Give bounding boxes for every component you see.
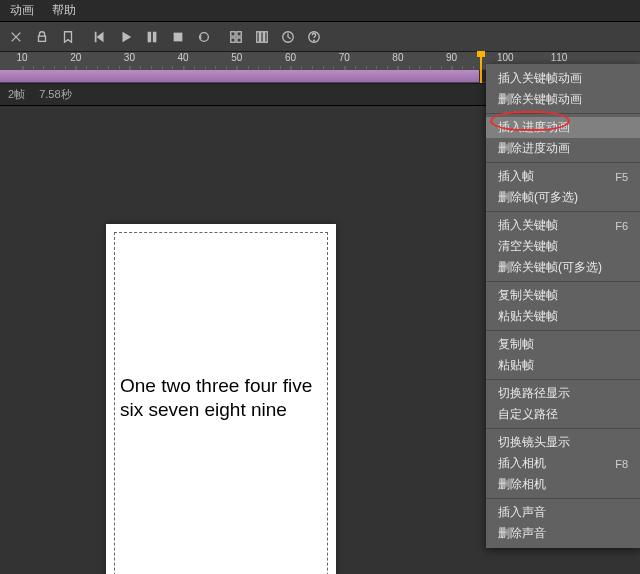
menu-item[interactable]: 插入关键帧F6 (486, 215, 640, 236)
tick-minor (419, 66, 420, 69)
menu-separator (486, 113, 640, 114)
menu-help[interactable]: 帮助 (52, 2, 76, 19)
menu-separator (486, 281, 640, 282)
svg-rect-2 (148, 31, 152, 42)
timeline-clip[interactable] (0, 70, 480, 82)
menu-separator (486, 162, 640, 163)
menu-item[interactable]: 删除关键帧(可多选) (486, 257, 640, 278)
clock-button[interactable] (276, 25, 300, 49)
svg-rect-3 (153, 31, 157, 42)
tick-major: 90 (446, 52, 457, 63)
toolbar (0, 22, 640, 52)
menu-item-label: 复制帧 (498, 336, 534, 353)
menu-item-label: 删除关键帧(可多选) (498, 259, 602, 276)
menu-item-label: 删除关键帧动画 (498, 91, 582, 108)
tick-minor (140, 66, 141, 69)
menu-animation[interactable]: 动画 (10, 2, 34, 19)
tick-minor (97, 66, 98, 69)
menu-item-label: 插入关键帧动画 (498, 70, 582, 87)
menu-item[interactable]: 插入帧F5 (486, 166, 640, 187)
info-time: 7.58秒 (39, 87, 71, 102)
tick-minor (162, 66, 163, 69)
tick-minor (65, 66, 66, 69)
tick-minor (376, 66, 377, 69)
tick-major: 80 (392, 52, 403, 63)
tick-minor (280, 66, 281, 69)
playhead[interactable] (480, 52, 482, 83)
tick-major: 50 (231, 52, 242, 63)
menu-item-label: 切换路径显示 (498, 385, 570, 402)
menu-item-label: 自定义路径 (498, 406, 558, 423)
menu-item[interactable]: 删除进度动画 (486, 138, 640, 159)
canvas-text[interactable]: One two three four five six seven eight … (120, 374, 326, 422)
menu-item[interactable]: 切换镜头显示 (486, 432, 640, 453)
menu-item[interactable]: 粘贴帧 (486, 355, 640, 376)
menu-separator (486, 330, 640, 331)
menu-item-label: 插入进度动画 (498, 119, 570, 136)
menu-item[interactable]: 插入声音 (486, 502, 640, 523)
menu-separator (486, 379, 640, 380)
tick-minor (269, 66, 270, 69)
stop-button[interactable] (166, 25, 190, 49)
tick-minor (355, 66, 356, 69)
canvas[interactable]: One two three four five six seven eight … (106, 224, 336, 574)
menu-item-label: 粘贴关键帧 (498, 308, 558, 325)
menu-item[interactable]: 清空关键帧 (486, 236, 640, 257)
bookmark-button[interactable] (56, 25, 80, 49)
menu-item-label: 删除帧(可多选) (498, 189, 578, 206)
menu-shortcut: F5 (615, 171, 628, 183)
menu-separator (486, 498, 640, 499)
menu-item[interactable]: 粘贴关键帧 (486, 306, 640, 327)
menu-item[interactable]: 删除声音 (486, 523, 640, 544)
menu-item-label: 插入帧 (498, 168, 534, 185)
tick-minor (248, 66, 249, 69)
menu-item-label: 删除进度动画 (498, 140, 570, 157)
tick-major: 30 (124, 52, 135, 63)
svg-rect-0 (39, 36, 46, 41)
tick-minor (473, 66, 474, 69)
svg-rect-8 (237, 37, 241, 41)
tick-minor (43, 66, 44, 69)
play-button[interactable] (114, 25, 138, 49)
menu-bar: 动画 帮助 (0, 0, 640, 22)
prev-button[interactable] (88, 25, 112, 49)
svg-rect-9 (257, 31, 260, 42)
pause-button[interactable] (140, 25, 164, 49)
lock-button[interactable] (30, 25, 54, 49)
tick-minor (462, 66, 463, 69)
menu-item[interactable]: 切换路径显示 (486, 383, 640, 404)
menu-item[interactable]: 删除帧(可多选) (486, 187, 640, 208)
tick-minor (366, 66, 367, 69)
columns-button[interactable] (250, 25, 274, 49)
svg-rect-5 (231, 31, 235, 35)
menu-separator (486, 428, 640, 429)
tick-minor (387, 66, 388, 69)
menu-shortcut: F6 (615, 220, 628, 232)
menu-item[interactable]: 插入进度动画 (486, 117, 640, 138)
help-button[interactable] (302, 25, 326, 49)
loop-button[interactable] (192, 25, 216, 49)
menu-item[interactable]: 复制帧 (486, 334, 640, 355)
svg-rect-11 (265, 31, 268, 42)
tick-minor (226, 66, 227, 69)
tick-minor (33, 66, 34, 69)
menu-item-label: 清空关键帧 (498, 238, 558, 255)
menu-item[interactable]: 插入关键帧动画 (486, 68, 640, 89)
menu-item-label: 插入关键帧 (498, 217, 558, 234)
tick-major: 70 (339, 52, 350, 63)
tick-minor (194, 66, 195, 69)
cancel-button[interactable] (4, 25, 28, 49)
menu-item[interactable]: 复制关键帧 (486, 285, 640, 306)
tick-major: 10 (16, 52, 27, 63)
menu-item[interactable]: 插入相机F8 (486, 453, 640, 474)
tick-minor (484, 66, 485, 69)
grid-button[interactable] (224, 25, 248, 49)
menu-item-label: 插入相机 (498, 455, 546, 472)
tick-minor (108, 66, 109, 69)
tick-minor (172, 66, 173, 69)
svg-rect-4 (174, 32, 183, 41)
menu-item[interactable]: 删除相机 (486, 474, 640, 495)
svg-rect-6 (237, 31, 241, 35)
menu-item[interactable]: 自定义路径 (486, 404, 640, 425)
menu-item[interactable]: 删除关键帧动画 (486, 89, 640, 110)
